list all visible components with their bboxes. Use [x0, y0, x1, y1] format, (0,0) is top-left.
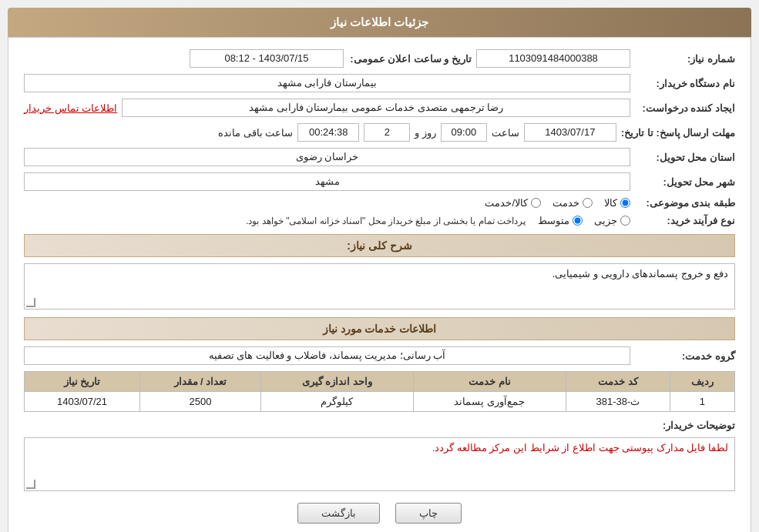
- services-table: ردیف کد خدمت نام خدمت واحد اندازه گیری ت…: [24, 371, 735, 412]
- col-code: کد خدمت: [566, 372, 670, 392]
- resize-handle[interactable]: [26, 298, 35, 307]
- buyer-desc-container: لطفا فایل مدارک پیوستی جهت اطلاع از شرای…: [24, 437, 735, 491]
- province-value: خراسان رضوی: [24, 148, 630, 166]
- deadline-days: 2: [364, 123, 410, 142]
- print-button[interactable]: چاپ: [395, 503, 462, 524]
- announce-label: تاریخ و ساعت اعلان عمومی:: [348, 53, 472, 65]
- col-date: تاریخ نیاز: [25, 372, 140, 392]
- action-buttons: چاپ بازگشت: [24, 503, 735, 531]
- page-header: جزئیات اطلاعات نیاز: [8, 8, 751, 37]
- services-section-title: اطلاعات خدمات مورد نیاز: [24, 317, 735, 340]
- deadline-row: مهلت ارسال پاسخ: تا تاریخ: 1403/07/17 سا…: [24, 123, 735, 142]
- creator-row: ایجاد کننده درخواست: رضا ترجمهی متصدی خد…: [24, 99, 735, 117]
- description-section-title: شرح کلی نیاز:: [24, 234, 735, 257]
- process-note: پرداخت تمام یا بخشی از مبلغ خریداز محل "…: [246, 216, 526, 226]
- description-value: دفع و خروج پسماندهای دارویی و شیمیایی.: [24, 263, 735, 309]
- deadline-time: 09:00: [441, 123, 487, 142]
- process-radio-group: جزیی متوسط: [538, 215, 630, 226]
- category-radio-group: کالا خدمت کالا/خدمت: [485, 197, 630, 209]
- category-option-khedmat[interactable]: خدمت: [552, 197, 593, 209]
- category-row: طبقه بندی موضوعی: کالا خدمت کالا/خدمت: [24, 197, 735, 209]
- resize-handle-2[interactable]: [26, 480, 35, 489]
- announce-value: 1403/07/15 - 08:12: [190, 49, 344, 68]
- service-group-row: گروه خدمت: آب رسانی؛ مدیریت پسماند، فاضل…: [24, 346, 735, 365]
- deadline-label: مهلت ارسال پاسخ: تا تاریخ:: [621, 127, 735, 139]
- process-row: نوع فرآیند خرید: جزیی متوسط پرداخت تمام …: [24, 215, 735, 226]
- need-number-value: 1103091484000388: [476, 49, 630, 68]
- buyer-desc-label: توضیحات خریدار:: [635, 420, 735, 431]
- buyer-desc-value: لطفا فایل مدارک پیوستی جهت اطلاع از شرای…: [24, 437, 735, 491]
- service-group-value: آب رسانی؛ مدیریت پسماند، فاضلاب و فعالیت…: [24, 346, 630, 365]
- service-group-label: گروه خدمت:: [635, 350, 735, 362]
- category-label: طبقه بندی موضوعی:: [635, 197, 735, 209]
- city-label: شهر محل تحویل:: [635, 176, 735, 188]
- city-row: شهر محل تحویل: مشهد: [24, 172, 735, 191]
- buyer-org-row: نام دستگاه خریدار: بیمارستان فارابی مشهد: [24, 74, 735, 92]
- back-button[interactable]: بازگشت: [297, 503, 380, 524]
- col-row: ردیف: [670, 372, 734, 392]
- page-title: جزئیات اطلاعات نیاز: [331, 15, 428, 28]
- creator-value: رضا ترجمهی متصدی خدمات عمومی بیمارستان ف…: [122, 99, 630, 117]
- deadline-remaining: 00:24:38: [297, 123, 359, 142]
- category-option-kala-khedmat[interactable]: کالا/خدمت: [485, 197, 541, 209]
- province-label: استان محل تحویل:: [635, 152, 735, 163]
- creator-label: ایجاد کننده درخواست:: [635, 102, 735, 114]
- deadline-date: 1403/07/17: [524, 123, 616, 142]
- need-number-row: شماره نیاز: 1103091484000388 تاریخ و ساع…: [24, 49, 735, 68]
- city-value: مشهد: [24, 172, 630, 191]
- col-name: نام خدمت: [413, 372, 566, 392]
- col-quantity: تعداد / مقدار: [140, 372, 261, 392]
- need-number-label: شماره نیاز:: [635, 53, 735, 65]
- deadline-remaining-label: ساعت باقی مانده: [218, 127, 293, 139]
- col-unit: واحد اندازه گیری: [260, 372, 413, 392]
- buyer-org-label: نام دستگاه خریدار:: [635, 78, 735, 89]
- category-option-kala[interactable]: کالا: [604, 197, 630, 209]
- deadline-time-label: ساعت: [492, 127, 519, 139]
- deadline-days-label: روز و: [415, 127, 436, 139]
- buyer-org-value: بیمارستان فارابی مشهد: [24, 74, 630, 92]
- process-option-jozyi[interactable]: جزیی: [594, 215, 630, 226]
- creator-link[interactable]: اطلاعات تماس خریدار: [24, 102, 117, 114]
- process-label: نوع فرآیند خرید:: [635, 215, 735, 226]
- table-row: 1ث-38-381جمع‌آوری پسماندکیلوگرم25001403/…: [25, 392, 735, 412]
- process-option-motawaset[interactable]: متوسط: [538, 215, 583, 226]
- province-row: استان محل تحویل: خراسان رضوی: [24, 148, 735, 166]
- description-container: دفع و خروج پسماندهای دارویی و شیمیایی.: [24, 263, 735, 309]
- buyer-desc-row: توضیحات خریدار:: [24, 420, 735, 431]
